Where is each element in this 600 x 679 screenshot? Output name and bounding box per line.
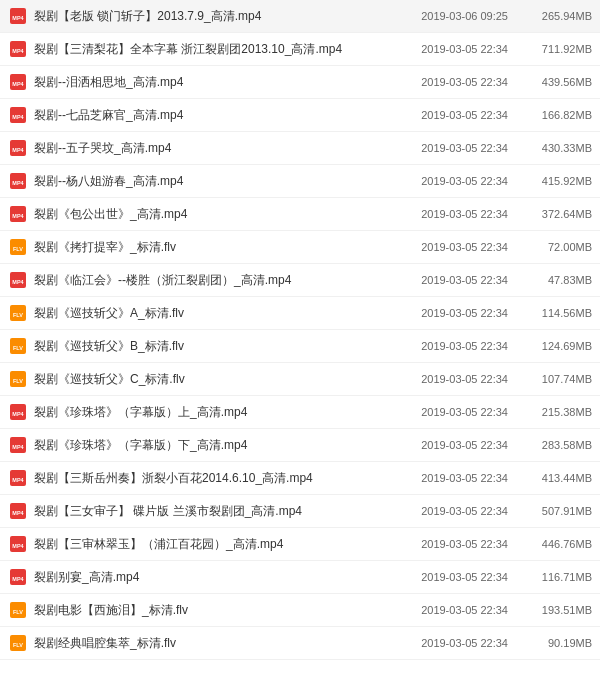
file-name: 裂剧《拷打提宰》_标清.flv xyxy=(34,239,380,256)
table-row[interactable]: FLV 裂剧《拷打提宰》_标清.flv2019-03-05 22:3472.00… xyxy=(0,231,600,264)
table-row[interactable]: FLV 裂剧电影【西施泪】_标清.flv2019-03-05 22:34193.… xyxy=(0,594,600,627)
file-date: 2019-03-05 22:34 xyxy=(388,76,508,88)
table-row[interactable]: MP4 裂剧别宴_高清.mp42019-03-05 22:34116.71MB xyxy=(0,561,600,594)
svg-text:FLV: FLV xyxy=(13,312,23,318)
table-row[interactable]: MP4 裂剧--杨八姐游春_高清.mp42019-03-05 22:34415.… xyxy=(0,165,600,198)
file-size: 215.38MB xyxy=(520,406,592,418)
svg-text:MP4: MP4 xyxy=(12,279,24,285)
svg-text:MP4: MP4 xyxy=(12,147,24,153)
flv-icon: FLV xyxy=(8,600,28,620)
file-date: 2019-03-05 22:34 xyxy=(388,109,508,121)
svg-text:MP4: MP4 xyxy=(12,477,24,483)
file-size: 72.00MB xyxy=(520,241,592,253)
file-name: 裂剧--泪洒相思地_高清.mp4 xyxy=(34,74,380,91)
table-row[interactable]: FLV 裂剧《巡技斩父》C_标清.flv2019-03-05 22:34107.… xyxy=(0,363,600,396)
file-date: 2019-03-05 22:34 xyxy=(388,571,508,583)
file-date: 2019-03-05 22:34 xyxy=(388,538,508,550)
file-name: 裂剧--五子哭坟_高清.mp4 xyxy=(34,140,380,157)
svg-text:FLV: FLV xyxy=(13,345,23,351)
file-size: 107.74MB xyxy=(520,373,592,385)
file-date: 2019-03-05 22:34 xyxy=(388,406,508,418)
mp4-icon: MP4 xyxy=(8,204,28,224)
mp4-icon: MP4 xyxy=(8,105,28,125)
flv-icon: FLV xyxy=(8,336,28,356)
svg-text:MP4: MP4 xyxy=(12,180,24,186)
mp4-icon: MP4 xyxy=(8,6,28,26)
file-name: 裂剧《包公出世》_高清.mp4 xyxy=(34,206,380,223)
svg-text:MP4: MP4 xyxy=(12,213,24,219)
file-size: 116.71MB xyxy=(520,571,592,583)
file-size: 413.44MB xyxy=(520,472,592,484)
file-size: 114.56MB xyxy=(520,307,592,319)
flv-icon: FLV xyxy=(8,369,28,389)
table-row[interactable]: FLV 裂剧《巡技斩父》B_标清.flv2019-03-05 22:34124.… xyxy=(0,330,600,363)
file-name: 裂剧《珍珠塔》（字幕版）下_高清.mp4 xyxy=(34,437,380,454)
file-date: 2019-03-06 09:25 xyxy=(388,10,508,22)
flv-icon: FLV xyxy=(8,633,28,653)
file-size: 193.51MB xyxy=(520,604,592,616)
file-size: 507.91MB xyxy=(520,505,592,517)
file-date: 2019-03-05 22:34 xyxy=(388,307,508,319)
table-row[interactable]: MP4 裂剧《珍珠塔》（字幕版）下_高清.mp42019-03-05 22:34… xyxy=(0,429,600,462)
file-list: MP4 裂剧【老版 锁门斩子】2013.7.9_高清.mp42019-03-06… xyxy=(0,0,600,660)
file-size: 166.82MB xyxy=(520,109,592,121)
table-row[interactable]: MP4 裂剧【三女审子】 碟片版 兰溪市裂剧团_高清.mp42019-03-05… xyxy=(0,495,600,528)
file-name: 裂剧--七品芝麻官_高清.mp4 xyxy=(34,107,380,124)
svg-text:FLV: FLV xyxy=(13,378,23,384)
file-size: 124.69MB xyxy=(520,340,592,352)
file-date: 2019-03-05 22:34 xyxy=(388,208,508,220)
file-date: 2019-03-05 22:34 xyxy=(388,472,508,484)
svg-text:MP4: MP4 xyxy=(12,444,24,450)
mp4-icon: MP4 xyxy=(8,39,28,59)
file-name: 裂剧《巡技斩父》A_标清.flv xyxy=(34,305,380,322)
mp4-icon: MP4 xyxy=(8,567,28,587)
table-row[interactable]: MP4 裂剧【三斯岳州奏】浙裂小百花2014.6.10_高清.mp42019-0… xyxy=(0,462,600,495)
mp4-icon: MP4 xyxy=(8,270,28,290)
file-date: 2019-03-05 22:34 xyxy=(388,175,508,187)
file-name: 裂剧《临江会》--楼胜（浙江裂剧团）_高清.mp4 xyxy=(34,272,380,289)
file-date: 2019-03-05 22:34 xyxy=(388,373,508,385)
file-size: 265.94MB xyxy=(520,10,592,22)
svg-text:MP4: MP4 xyxy=(12,81,24,87)
mp4-icon: MP4 xyxy=(8,534,28,554)
file-date: 2019-03-05 22:34 xyxy=(388,505,508,517)
table-row[interactable]: MP4 裂剧--泪洒相思地_高清.mp42019-03-05 22:34439.… xyxy=(0,66,600,99)
table-row[interactable]: MP4 裂剧【老版 锁门斩子】2013.7.9_高清.mp42019-03-06… xyxy=(0,0,600,33)
table-row[interactable]: MP4 裂剧--七品芝麻官_高清.mp42019-03-05 22:34166.… xyxy=(0,99,600,132)
flv-icon: FLV xyxy=(8,237,28,257)
file-size: 90.19MB xyxy=(520,637,592,649)
file-name: 裂剧《巡技斩父》C_标清.flv xyxy=(34,371,380,388)
table-row[interactable]: MP4 裂剧【三清梨花】全本字幕 浙江裂剧团2013.10_高清.mp42019… xyxy=(0,33,600,66)
svg-text:MP4: MP4 xyxy=(12,114,24,120)
file-name: 裂剧经典唱腔集萃_标清.flv xyxy=(34,635,380,652)
file-name: 裂剧《珍珠塔》（字幕版）上_高清.mp4 xyxy=(34,404,380,421)
svg-text:MP4: MP4 xyxy=(12,411,24,417)
file-date: 2019-03-05 22:34 xyxy=(388,241,508,253)
file-size: 415.92MB xyxy=(520,175,592,187)
file-name: 裂剧【三审林翠玉】（浦江百花园）_高清.mp4 xyxy=(34,536,380,553)
table-row[interactable]: MP4 裂剧《包公出世》_高清.mp42019-03-05 22:34372.6… xyxy=(0,198,600,231)
table-row[interactable]: MP4 裂剧【三审林翠玉】（浦江百花园）_高清.mp42019-03-05 22… xyxy=(0,528,600,561)
svg-text:MP4: MP4 xyxy=(12,48,24,54)
file-name: 裂剧电影【西施泪】_标清.flv xyxy=(34,602,380,619)
file-date: 2019-03-05 22:34 xyxy=(388,637,508,649)
table-row[interactable]: FLV 裂剧经典唱腔集萃_标清.flv2019-03-05 22:3490.19… xyxy=(0,627,600,660)
file-name: 裂剧【三女审子】 碟片版 兰溪市裂剧团_高清.mp4 xyxy=(34,503,380,520)
table-row[interactable]: MP4 裂剧《珍珠塔》（字幕版）上_高清.mp42019-03-05 22:34… xyxy=(0,396,600,429)
table-row[interactable]: MP4 裂剧《临江会》--楼胜（浙江裂剧团）_高清.mp42019-03-05 … xyxy=(0,264,600,297)
file-size: 283.58MB xyxy=(520,439,592,451)
table-row[interactable]: MP4 裂剧--五子哭坟_高清.mp42019-03-05 22:34430.3… xyxy=(0,132,600,165)
svg-text:MP4: MP4 xyxy=(12,576,24,582)
file-size: 446.76MB xyxy=(520,538,592,550)
file-size: 430.33MB xyxy=(520,142,592,154)
mp4-icon: MP4 xyxy=(8,171,28,191)
mp4-icon: MP4 xyxy=(8,138,28,158)
table-row[interactable]: FLV 裂剧《巡技斩父》A_标清.flv2019-03-05 22:34114.… xyxy=(0,297,600,330)
file-size: 47.83MB xyxy=(520,274,592,286)
file-name: 裂剧--杨八姐游春_高清.mp4 xyxy=(34,173,380,190)
file-size: 372.64MB xyxy=(520,208,592,220)
file-size: 711.92MB xyxy=(520,43,592,55)
file-name: 裂剧《巡技斩父》B_标清.flv xyxy=(34,338,380,355)
svg-text:MP4: MP4 xyxy=(12,15,24,21)
svg-text:FLV: FLV xyxy=(13,609,23,615)
